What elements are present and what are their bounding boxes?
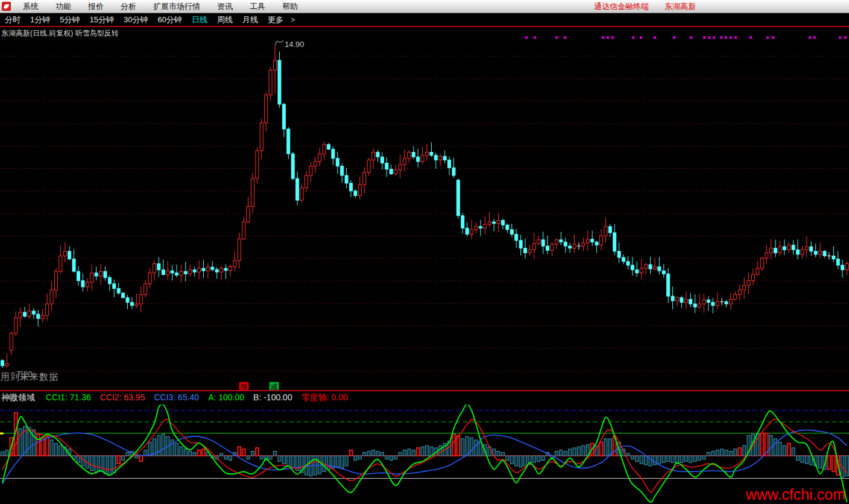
period-item-0[interactable]: 分时 xyxy=(0,13,25,26)
svg-text:×: × xyxy=(838,34,842,41)
terminal-brand: 通达信金融终端 xyxy=(594,0,649,13)
svg-text:×: × xyxy=(631,34,635,41)
svg-text:×: × xyxy=(555,34,558,41)
period-item-8[interactable]: 月线 xyxy=(238,13,263,26)
indicator-name[interactable]: 神嗷领域 xyxy=(1,392,35,403)
menu-item-6[interactable]: 工具 xyxy=(241,0,274,13)
svg-text:×: × xyxy=(689,34,693,41)
svg-text:×: × xyxy=(766,34,769,41)
svg-text:×: × xyxy=(749,34,753,41)
more-arrow-icon[interactable]: > xyxy=(288,16,297,24)
menu-items: 系统功能报价分析扩展市场行情资讯工具帮助 xyxy=(14,0,306,13)
indicator-canvas xyxy=(0,405,849,504)
svg-text:×: × xyxy=(606,34,610,41)
svg-text:×: × xyxy=(653,34,657,41)
svg-text:×: × xyxy=(563,34,567,41)
period-item-6[interactable]: 日线 xyxy=(187,13,212,26)
svg-text:×: × xyxy=(813,34,816,41)
main-chart[interactable]: ×××××××××××××××××××××××××× 东湖高新(日线.前复权) … xyxy=(0,27,849,391)
indicator-field-B: B: -100.00 xyxy=(253,392,292,403)
peak-price-label: 14.90 xyxy=(285,40,305,49)
period-item-7[interactable]: 周线 xyxy=(212,13,238,26)
period-items: 分时1分钟5分钟15分钟30分钟60分钟日线周线月线更多 xyxy=(0,13,288,26)
svg-text:×: × xyxy=(533,34,537,41)
overlay-param-text: 7|20 xyxy=(16,370,33,379)
svg-text:×: × xyxy=(734,34,737,41)
menu-item-7[interactable]: 帮助 xyxy=(274,0,306,13)
svg-text:×: × xyxy=(707,34,711,41)
period-item-1[interactable]: 1分钟 xyxy=(25,13,55,26)
indicator-field-CCI1: CCI1: 71.36 xyxy=(46,392,91,403)
chart-title: 东湖高新(日线.前复权) 听雪岛型反转 xyxy=(1,28,119,39)
svg-text:×: × xyxy=(611,34,614,41)
menu-item-3[interactable]: 分析 xyxy=(112,0,145,13)
period-item-9[interactable]: 更多 xyxy=(263,13,288,26)
indicator-chart[interactable] xyxy=(0,405,849,504)
period-item-5[interactable]: 60分钟 xyxy=(153,13,186,26)
svg-text:×: × xyxy=(808,34,812,41)
menu-item-0[interactable]: 系统 xyxy=(14,0,47,13)
menu-item-4[interactable]: 扩展市场行情 xyxy=(145,0,209,13)
menu-item-5[interactable]: 资讯 xyxy=(209,0,241,13)
candlestick-canvas: ×××××××××××××××××××××××××× xyxy=(0,27,849,391)
svg-text:×: × xyxy=(525,34,528,41)
menu-item-2[interactable]: 报价 xyxy=(80,0,112,13)
indicator-fields: CCI1: 71.36CCI2: 63.95CCI3: 65.40A: 100.… xyxy=(46,392,357,403)
svg-text:×: × xyxy=(672,34,676,41)
indicator-header: 神嗷领域 CCI1: 71.36CCI2: 63.95CCI3: 65.40A:… xyxy=(0,391,849,405)
indicator-field-CCI3: CCI3: 65.40 xyxy=(154,392,199,403)
indicator-field-A: A: 100.00 xyxy=(208,392,244,403)
app-logo-icon xyxy=(2,2,11,11)
period-item-4[interactable]: 30分钟 xyxy=(119,13,153,26)
stock-name: 东湖高新 xyxy=(664,0,696,13)
watermark: www.cfchi.com xyxy=(746,486,845,503)
svg-text:×: × xyxy=(601,34,605,41)
menu-bar: 系统功能报价分析扩展市场行情资讯工具帮助 通达信金融终端 东湖高新 xyxy=(0,0,849,13)
svg-text:×: × xyxy=(729,34,733,41)
svg-text:×: × xyxy=(724,34,728,41)
period-item-3[interactable]: 15分钟 xyxy=(84,13,118,26)
svg-text:×: × xyxy=(719,34,723,41)
period-item-2[interactable]: 5分钟 xyxy=(55,13,84,26)
menu-right: 通达信金融终端 东湖高新 xyxy=(594,0,696,13)
svg-text:×: × xyxy=(844,34,847,41)
period-bar: 分时1分钟5分钟15分钟30分钟60分钟日线周线月线更多 > xyxy=(0,13,849,27)
svg-text:×: × xyxy=(712,34,716,41)
svg-text:×: × xyxy=(702,34,706,41)
indicator-field-零度轴: 零度轴: 0.00 xyxy=(301,392,348,403)
indicator-field-CCI2: CCI2: 63.95 xyxy=(100,392,145,403)
menu-item-1[interactable]: 功能 xyxy=(47,0,80,13)
svg-text:×: × xyxy=(771,34,775,41)
svg-text:×: × xyxy=(639,34,643,41)
